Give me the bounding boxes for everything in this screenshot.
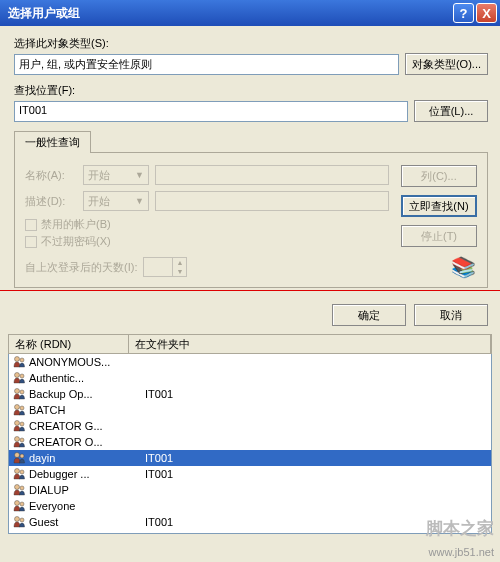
row-rdn: dayin — [29, 452, 145, 464]
row-rdn: CREATOR G... — [29, 420, 145, 432]
ok-button[interactable]: 确定 — [332, 304, 406, 326]
svg-point-0 — [15, 357, 20, 362]
col-location[interactable]: 在文件夹中 — [129, 335, 491, 353]
titlebar: 选择用户或组 ? X — [0, 0, 500, 26]
desc-input — [155, 191, 389, 211]
row-rdn: BATCH — [29, 404, 145, 416]
list-item[interactable]: DIALUP — [9, 482, 491, 498]
window-title: 选择用户或组 — [8, 5, 451, 22]
row-rdn: Backup Op... — [29, 388, 145, 400]
svg-point-10 — [15, 437, 20, 442]
object-type-field: 用户, 组, 或内置安全性原则 — [14, 54, 399, 75]
principal-icon — [11, 483, 27, 497]
list-item[interactable]: GuestIT001 — [9, 514, 491, 530]
row-rdn: Authentic... — [29, 372, 145, 384]
row-rdn: ANONYMOUS... — [29, 356, 145, 368]
svg-point-5 — [20, 390, 24, 394]
list-item[interactable]: BATCH — [9, 402, 491, 418]
list-item[interactable]: Everyone — [9, 498, 491, 514]
nonexpiring-checkbox — [25, 236, 37, 248]
svg-point-18 — [15, 501, 20, 506]
row-location: IT001 — [145, 468, 491, 480]
locations-button[interactable]: 位置(L)... — [414, 100, 488, 122]
svg-point-4 — [15, 389, 20, 394]
svg-point-3 — [20, 374, 24, 378]
svg-point-14 — [15, 469, 20, 474]
query-tabs: 一般性查询 名称(A): 开始▼ 描述(D): 开始▼ 禁用的帐户(B) 不过期… — [14, 130, 488, 288]
name-match-combo: 开始▼ — [83, 165, 149, 185]
principal-icon — [11, 419, 27, 433]
find-now-button[interactable]: 立即查找(N) — [401, 195, 477, 217]
list-item[interactable]: ANONYMOUS... — [9, 354, 491, 370]
books-icon: 📚 — [449, 255, 477, 277]
svg-point-13 — [20, 454, 24, 458]
row-rdn: Everyone — [29, 500, 145, 512]
watermark-url: www.jb51.net — [429, 546, 494, 558]
days-since-login-label: 自上次登录后的天数(I): — [25, 260, 137, 275]
stop-button: 停止(T) — [401, 225, 477, 247]
dialog-body: 选择此对象类型(S): 用户, 组, 或内置安全性原则 对象类型(O)... 查… — [0, 26, 500, 296]
svg-point-12 — [15, 453, 20, 458]
tab-common[interactable]: 一般性查询 — [14, 131, 91, 153]
location-field: IT001 — [14, 101, 408, 122]
svg-point-17 — [20, 486, 24, 490]
principal-icon — [11, 355, 27, 369]
row-location: IT001 — [145, 516, 491, 528]
chevron-down-icon: ▼ — [135, 170, 144, 180]
row-location: IT001 — [145, 388, 491, 400]
svg-point-1 — [20, 358, 24, 362]
columns-button: 列(C)... — [401, 165, 477, 187]
svg-point-2 — [15, 373, 20, 378]
object-type-label: 选择此对象类型(S): — [14, 36, 488, 51]
row-rdn: Debugger ... — [29, 468, 145, 480]
svg-point-8 — [15, 421, 20, 426]
svg-point-21 — [20, 518, 24, 522]
principal-icon — [11, 499, 27, 513]
principal-icon — [11, 371, 27, 385]
svg-point-11 — [20, 438, 24, 442]
location-label: 查找位置(F): — [14, 83, 488, 98]
svg-point-7 — [20, 406, 24, 410]
row-location: IT001 — [145, 452, 491, 464]
query-panel: 名称(A): 开始▼ 描述(D): 开始▼ 禁用的帐户(B) 不过期密码(X) … — [14, 152, 488, 288]
svg-point-15 — [20, 470, 24, 474]
chevron-up-icon: ▲ — [173, 258, 186, 267]
list-item[interactable]: dayinIT001 — [9, 450, 491, 466]
desc-match-combo: 开始▼ — [83, 191, 149, 211]
row-rdn: Guest — [29, 516, 145, 528]
name-input — [155, 165, 389, 185]
svg-point-16 — [15, 485, 20, 490]
help-button[interactable]: ? — [453, 3, 474, 23]
principal-icon — [11, 467, 27, 481]
principal-icon — [11, 403, 27, 417]
results-list[interactable]: ANONYMOUS...Authentic...Backup Op...IT00… — [8, 354, 492, 534]
disabled-accounts-checkbox — [25, 219, 37, 231]
chevron-down-icon: ▼ — [135, 196, 144, 206]
list-item[interactable]: Debugger ...IT001 — [9, 466, 491, 482]
principal-icon — [11, 515, 27, 529]
principal-icon — [11, 387, 27, 401]
row-rdn: CREATOR O... — [29, 436, 145, 448]
svg-point-19 — [20, 502, 24, 506]
close-button[interactable]: X — [476, 3, 497, 23]
list-item[interactable]: CREATOR G... — [9, 418, 491, 434]
list-item[interactable]: CREATOR O... — [9, 434, 491, 450]
svg-point-6 — [15, 405, 20, 410]
days-spinner: ▲▼ — [143, 257, 187, 277]
list-item[interactable]: Backup Op...IT001 — [9, 386, 491, 402]
desc-label: 描述(D): — [25, 194, 77, 209]
list-item[interactable]: Authentic... — [9, 370, 491, 386]
disabled-accounts-label: 禁用的帐户(B) — [41, 217, 111, 232]
annotation-line — [0, 290, 500, 291]
principal-icon — [11, 451, 27, 465]
nonexpiring-label: 不过期密码(X) — [41, 234, 111, 249]
row-rdn: DIALUP — [29, 484, 145, 496]
object-types-button[interactable]: 对象类型(O)... — [405, 53, 488, 75]
results-header[interactable]: 名称 (RDN) 在文件夹中 — [8, 334, 492, 354]
cancel-button[interactable]: 取消 — [414, 304, 488, 326]
name-label: 名称(A): — [25, 168, 77, 183]
chevron-down-icon: ▼ — [173, 267, 186, 276]
svg-point-20 — [15, 517, 20, 522]
principal-icon — [11, 435, 27, 449]
col-rdn[interactable]: 名称 (RDN) — [9, 335, 129, 353]
